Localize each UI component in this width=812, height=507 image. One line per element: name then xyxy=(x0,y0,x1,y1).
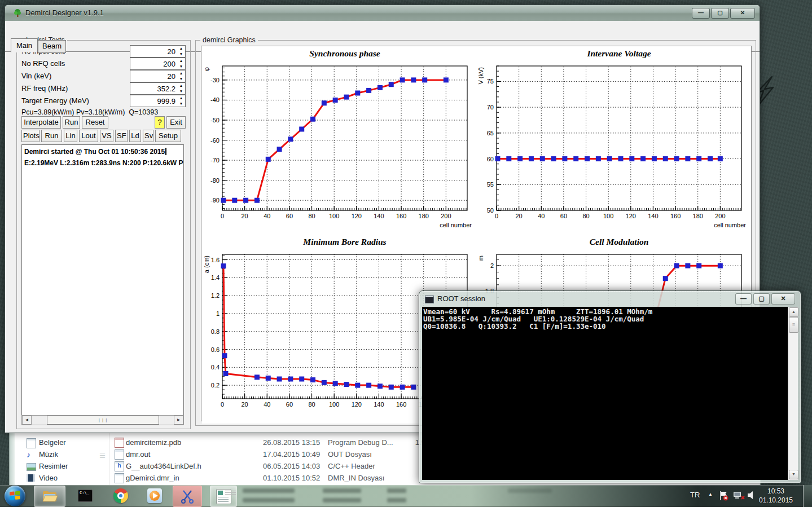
svg-text:a (cm): a (cm) xyxy=(203,255,210,273)
spin-down-icon[interactable]: ▼ xyxy=(177,101,185,107)
target-energy-stepper[interactable]: ▲▼ xyxy=(130,95,186,107)
rf-freq-input[interactable] xyxy=(130,83,177,94)
log-horizontal-scrollbar[interactable]: ◄ | | | ► xyxy=(21,415,184,425)
network-status-icon[interactable] xyxy=(732,490,745,501)
spin-up-icon[interactable]: ▲ xyxy=(177,46,185,51)
scrollbar-thumb[interactable]: | | | xyxy=(47,416,159,425)
spin-down-icon[interactable]: ▼ xyxy=(177,89,185,94)
svg-text:100: 100 xyxy=(329,401,339,408)
spin-up-icon[interactable]: ▲ xyxy=(177,70,185,76)
scroll-left-icon[interactable]: ◄ xyxy=(22,416,32,425)
spin-up-icon[interactable]: ▲ xyxy=(177,83,185,89)
sidebar-item-video[interactable]: Video xyxy=(39,473,58,484)
svg-text:-60: -60 xyxy=(210,137,220,144)
vin-input[interactable] xyxy=(130,70,177,82)
svg-text:140: 140 xyxy=(374,401,384,408)
minimize-button[interactable]: — xyxy=(735,293,752,305)
svg-text:100: 100 xyxy=(603,213,613,219)
close-button[interactable]: ✕ xyxy=(771,293,795,305)
spin-down-icon[interactable]: ▼ xyxy=(177,51,185,57)
no-rfq-cells-input[interactable] xyxy=(130,58,177,69)
vin-stepper[interactable]: ▲▼ xyxy=(130,70,186,82)
taskbar-scissors-app-button[interactable] xyxy=(173,486,202,507)
svg-text:Minimum Bore Radius: Minimum Bore Radius xyxy=(302,237,386,246)
ld-button[interactable]: Ld xyxy=(129,130,141,142)
tab-beam[interactable]: Beam xyxy=(38,40,66,53)
tray-expand-icon[interactable]: ▲ xyxy=(708,492,713,497)
action-button-row: Interpolate Run Reset ? Exit xyxy=(21,116,186,129)
close-button[interactable]: ✕ xyxy=(730,8,755,19)
taskbar[interactable]: C:\_ TR ▲ xyxy=(0,485,812,507)
lin-button[interactable]: Lin xyxy=(64,130,77,142)
svg-text:φ: φ xyxy=(203,67,210,71)
maximize-button[interactable]: ▢ xyxy=(711,8,729,19)
console-vertical-scrollbar[interactable]: ▲ ≡ ▼ xyxy=(788,307,798,480)
no-input-cells-input[interactable] xyxy=(130,46,177,57)
taskbar-cmd-button[interactable]: C:\_ xyxy=(74,486,96,506)
scroll-up-icon[interactable]: ▲ xyxy=(789,307,798,317)
run-t-button[interactable]: Run T xyxy=(41,130,62,142)
spin-down-icon[interactable]: ▼ xyxy=(177,76,185,82)
svg-text:0: 0 xyxy=(221,401,224,408)
taskbar-explorer-button[interactable] xyxy=(34,486,65,507)
music-icon: ♪ xyxy=(27,450,35,459)
svg-text:-30: -30 xyxy=(210,77,220,83)
action-center-flag-icon[interactable] xyxy=(718,490,730,501)
lout-button[interactable]: Lout xyxy=(79,130,98,142)
taskbar-chrome-button[interactable] xyxy=(109,486,132,506)
app-window-icon xyxy=(216,489,231,504)
taskbar-active-app-button[interactable] xyxy=(210,486,237,507)
setup-button[interactable]: Setup xyxy=(155,130,181,142)
rf-freq-stepper[interactable]: ▲▼ xyxy=(130,82,186,95)
root-session-window[interactable]: ROOT session — ▢ ✕ Vmean=60 kV Rs=4.8961… xyxy=(419,290,801,483)
tab-main[interactable]: Main xyxy=(11,38,38,52)
start-button[interactable] xyxy=(5,486,25,506)
spin-up-icon[interactable]: ▲ xyxy=(177,95,185,101)
no-input-cells-stepper[interactable]: ▲▼ xyxy=(130,45,186,58)
svg-text:20: 20 xyxy=(242,213,248,219)
app-titlebar[interactable]: Demirci Designer v1.9.1 — ▢ ✕ xyxy=(5,5,760,21)
sf-button[interactable]: SF xyxy=(115,130,128,142)
spin-up-icon[interactable]: ▲ xyxy=(177,58,185,64)
svg-text:200: 200 xyxy=(715,213,725,219)
no-rfq-cells-stepper[interactable]: ▲▼ xyxy=(130,58,186,70)
exit-button[interactable]: Exit xyxy=(166,116,186,129)
help-button[interactable]: ? xyxy=(155,116,165,129)
show-desktop-button[interactable] xyxy=(803,485,812,507)
taskbar-media-player-button[interactable] xyxy=(143,486,166,506)
speaker-icon[interactable] xyxy=(747,491,756,500)
sidebar-item-resimler[interactable]: Resimler xyxy=(39,461,68,473)
svg-text:Synchronous phase: Synchronous phase xyxy=(309,49,380,58)
svg-text:200: 200 xyxy=(441,213,451,219)
sv-button[interactable]: Sv xyxy=(143,130,153,142)
run-button[interactable]: Run xyxy=(63,116,80,129)
svg-text:140: 140 xyxy=(648,213,658,219)
command-prompt-icon: C:\_ xyxy=(78,490,93,502)
scrollbar-thumb[interactable]: ≡ xyxy=(789,317,798,333)
spin-down-icon[interactable]: ▼ xyxy=(177,64,185,69)
reset-button[interactable]: Reset xyxy=(82,116,108,129)
svg-text:cell number: cell number xyxy=(440,222,472,228)
minimize-button[interactable]: — xyxy=(692,8,710,19)
maximize-button[interactable]: ▢ xyxy=(753,293,770,305)
sidebar-item-muzik[interactable]: Müzik xyxy=(39,449,58,461)
language-indicator[interactable]: TR xyxy=(690,491,700,499)
scroll-down-icon[interactable]: ▼ xyxy=(789,470,798,479)
svg-text:20: 20 xyxy=(242,401,248,408)
tray-clock[interactable]: 10:53 01.10.2015 xyxy=(756,487,796,505)
root-titlebar[interactable]: ROOT session — ▢ ✕ xyxy=(419,291,801,307)
field-label: Target Energy (MeV) xyxy=(21,96,89,105)
interpolate-button[interactable]: Interpolate xyxy=(21,116,61,129)
scroll-right-icon[interactable]: ► xyxy=(174,416,183,425)
svg-text:160: 160 xyxy=(670,213,681,219)
target-energy-input[interactable] xyxy=(130,95,177,107)
svg-text:2: 2 xyxy=(490,262,494,269)
vs-button[interactable]: VS xyxy=(100,130,113,142)
log-output[interactable]: Demirci started @ Thu Oct 01 10:50:36 20… xyxy=(21,144,184,416)
sidebar-scroll-grip[interactable]: ——— xyxy=(100,452,104,458)
media-player-icon xyxy=(147,488,162,503)
plots-button[interactable]: Plots xyxy=(21,130,39,142)
root-console-output[interactable]: Vmean=60 kV Rs=4.89617 mOhm ZTT=1896.01 … xyxy=(422,307,788,480)
taskbar-ghost-text xyxy=(243,498,295,502)
sidebar-item-belgeler[interactable]: Belgeler xyxy=(39,437,66,449)
